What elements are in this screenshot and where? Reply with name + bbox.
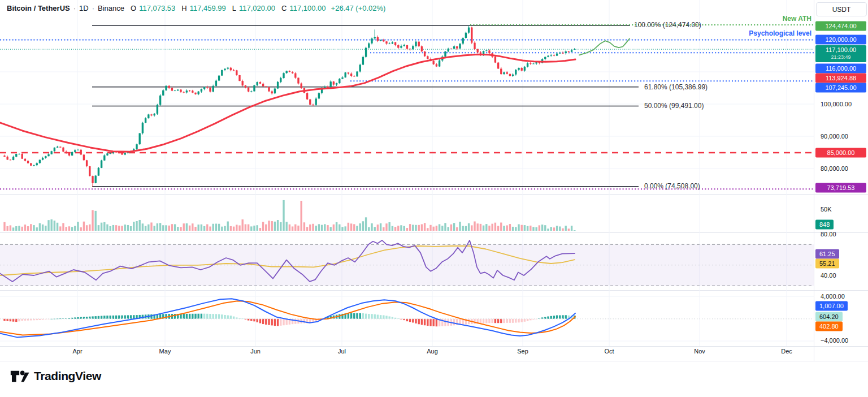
time-axis-month-apr: Apr (72, 348, 82, 355)
price-axis-tick: 100,000.00 (821, 101, 852, 107)
price-axis-badge: 604.20 (815, 312, 843, 322)
open-value: 117,073.53 (139, 4, 175, 12)
chart-canvas[interactable] (0, 0, 814, 362)
low-label: L (232, 4, 236, 12)
price-axis-badge: 116,000.00 (815, 64, 866, 74)
separator-dot: · (92, 4, 94, 12)
exchange-label: Binance (98, 4, 124, 12)
price-axis-tick: 90,000.00 (821, 133, 848, 140)
high-label: H (181, 4, 186, 12)
price-axis-badge: 402.80 (815, 322, 843, 331)
price-axis-tick: 50K (821, 206, 832, 213)
volume-bars-layer (3, 200, 575, 231)
price-axis-badge: 124,474.00 (815, 21, 866, 31)
forecast-path-layer (579, 38, 630, 55)
time-axis-month-sep: Sep (517, 348, 528, 355)
close-label: C (281, 4, 287, 12)
price-axis-badge: 117,100.0021:23:49 (815, 45, 866, 62)
separator-dot: · (73, 4, 76, 12)
price-axis-badge: 85,000.00 (815, 148, 866, 158)
time-axis-month-may: May (159, 348, 171, 355)
close-value: 117,100.00 (289, 4, 326, 12)
price-axis-tick: 40.00 (821, 272, 836, 279)
price-axis-tick: 80.00 (821, 231, 836, 238)
price-axis-badge: 107,245.00 (815, 83, 866, 93)
high-value: 117,459.99 (190, 4, 226, 12)
price-axis-badge: 61.25 (815, 249, 839, 259)
tradingview-logo-icon (10, 368, 29, 385)
price-axis-tick: 80,000.00 (821, 165, 848, 172)
time-axis-month-aug: Aug (427, 348, 438, 355)
countdown-timer: 21:23:49 (819, 54, 862, 61)
open-label: O (131, 4, 136, 12)
price-axis-border (814, 0, 814, 361)
grid-layer (0, 0, 814, 346)
tradingview-logo[interactable]: TradingView (10, 368, 101, 385)
price-axis-tick: −4,000.00 (821, 337, 848, 344)
symbol-header[interactable]: Bitcoin / TetherUS · 1D · Binance O117,0… (7, 4, 385, 12)
price-axis-tick: 4,000.00 (821, 293, 845, 300)
new-ath-annotation[interactable]: New ATH (783, 15, 811, 23)
time-axis-month-oct: Oct (604, 348, 614, 355)
symbol-name[interactable]: Bitcoin / TetherUS (7, 4, 70, 12)
fib-50-label: 50.00% (99,491.00) (644, 102, 704, 110)
price-axis-badge: 1,007.00 (815, 301, 848, 311)
rsi-pane-layer (0, 240, 814, 286)
ma-red-layer (0, 54, 575, 152)
price-axis-badge: 120,000.00 (815, 35, 866, 45)
fib-100-label: 100.00% (124,474.00) (634, 21, 701, 29)
tradingview-chart-widget: Bitcoin / TetherUS · 1D · Binance O117,0… (0, 0, 868, 397)
price-axis-badge: 848 (815, 220, 834, 230)
price-axis-badge: 55.21 (815, 259, 839, 269)
time-axis-month-dec: Dec (781, 348, 792, 355)
time-axis-month-nov: Nov (694, 348, 705, 355)
price-axis-badge: 113,924.88 (815, 74, 866, 83)
change-value: +26.47 (+0.02%) (331, 4, 386, 12)
fib-618-label: 61.80% (105,386.99) (644, 83, 708, 91)
tradingview-logo-text: TradingView (34, 369, 101, 383)
time-axis-month-jul: Jul (338, 348, 346, 355)
time-axis-month-jun: Jun (250, 348, 261, 355)
fib-0-label: 0.00% (74,508.00) (644, 182, 700, 190)
price-axis-badge: 73,719.53 (815, 183, 866, 193)
interval-label[interactable]: 1D (79, 4, 89, 12)
currency-toggle-button[interactable]: USDT (816, 2, 867, 16)
psychological-level-annotation[interactable]: Psychological level (749, 29, 811, 37)
low-value: 117,020.00 (239, 4, 275, 12)
